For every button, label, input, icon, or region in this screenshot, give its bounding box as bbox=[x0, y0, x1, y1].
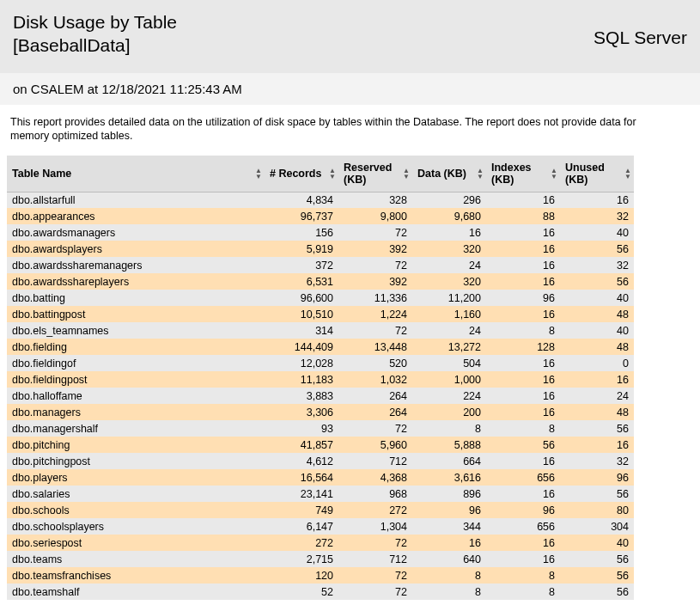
cell-records: 11,183 bbox=[265, 371, 338, 388]
table-row[interactable]: dbo.pitching41,8575,9605,8885616 bbox=[7, 437, 634, 453]
cell-unused: 0 bbox=[560, 355, 634, 371]
cell-reserved: 968 bbox=[338, 486, 412, 502]
cell-data: 8 bbox=[412, 584, 486, 600]
cell-reserved: 1,304 bbox=[338, 518, 412, 535]
table-row[interactable]: dbo.fielding144,40913,44813,27212848 bbox=[7, 339, 634, 355]
col-header-data[interactable]: Data (KB) ▲▼ bbox=[412, 156, 486, 192]
cell-table-name: dbo.allstarfull bbox=[7, 192, 265, 208]
table-row[interactable]: dbo.managershalf93728856 bbox=[7, 420, 634, 437]
cell-table-name: dbo.seriespost bbox=[7, 535, 265, 551]
table-row[interactable]: dbo.fieldingof12,028520504160 bbox=[7, 355, 634, 371]
table-row[interactable]: dbo.schools749272969680 bbox=[7, 502, 634, 518]
cell-reserved: 9,800 bbox=[338, 208, 412, 224]
cell-data: 320 bbox=[412, 241, 486, 257]
sort-icon[interactable]: ▲▼ bbox=[403, 168, 410, 180]
cell-table-name: dbo.awardsshareplayers bbox=[7, 273, 265, 290]
sort-icon[interactable]: ▲▼ bbox=[329, 168, 336, 180]
table-row[interactable]: dbo.teamsfranchises120728856 bbox=[7, 567, 634, 584]
table-row[interactable]: dbo.allstarfull4,8343282961616 bbox=[7, 192, 634, 208]
cell-unused: 56 bbox=[560, 486, 634, 502]
table-row[interactable]: dbo.els_teamnames3147224840 bbox=[7, 322, 634, 339]
table-row[interactable]: dbo.appearances96,7379,8009,6808832 bbox=[7, 208, 634, 224]
cell-reserved: 520 bbox=[338, 355, 412, 371]
cell-records: 41,857 bbox=[265, 437, 338, 453]
col-header-label: Reserved (KB) bbox=[344, 162, 392, 186]
cell-reserved: 392 bbox=[338, 241, 412, 257]
col-header-records[interactable]: # Records ▲▼ bbox=[265, 156, 338, 192]
report-title-line1: Disk Usage by Table bbox=[13, 10, 177, 34]
cell-indexes: 16 bbox=[486, 224, 560, 241]
cell-data: 9,680 bbox=[412, 208, 486, 224]
cell-table-name: dbo.teams bbox=[7, 551, 265, 567]
cell-records: 96,737 bbox=[265, 208, 338, 224]
col-header-indexes[interactable]: Indexes (KB) ▲▼ bbox=[486, 156, 560, 192]
cell-indexes: 96 bbox=[486, 290, 560, 306]
cell-indexes: 8 bbox=[486, 322, 560, 339]
table-row[interactable]: dbo.pitchingpost4,6127126641632 bbox=[7, 453, 634, 469]
table-row[interactable]: dbo.teams2,7157126401656 bbox=[7, 551, 634, 567]
table-row[interactable]: dbo.managers3,3062642001648 bbox=[7, 404, 634, 420]
report-description: This report provides detailed data on th… bbox=[0, 105, 653, 156]
sort-icon[interactable]: ▲▼ bbox=[255, 168, 262, 180]
cell-records: 272 bbox=[265, 535, 338, 551]
cell-table-name: dbo.awardsmanagers bbox=[7, 224, 265, 241]
cell-reserved: 1,032 bbox=[338, 371, 412, 388]
cell-table-name: dbo.appearances bbox=[7, 208, 265, 224]
cell-indexes: 96 bbox=[486, 502, 560, 518]
cell-unused: 48 bbox=[560, 306, 634, 322]
cell-records: 6,147 bbox=[265, 518, 338, 535]
sort-icon[interactable]: ▲▼ bbox=[477, 168, 484, 180]
cell-records: 4,834 bbox=[265, 192, 338, 208]
cell-records: 314 bbox=[265, 322, 338, 339]
table-row[interactable]: dbo.batting96,60011,33611,2009640 bbox=[7, 290, 634, 306]
col-header-label: Indexes (KB) bbox=[491, 162, 532, 186]
cell-data: 3,616 bbox=[412, 469, 486, 486]
cell-indexes: 16 bbox=[486, 404, 560, 420]
sort-icon[interactable]: ▲▼ bbox=[551, 168, 557, 180]
table-row[interactable]: dbo.teamshalf52728856 bbox=[7, 584, 634, 600]
cell-table-name: dbo.battingpost bbox=[7, 306, 265, 322]
table-body: dbo.allstarfull4,8343282961616dbo.appear… bbox=[7, 192, 634, 600]
cell-table-name: dbo.managers bbox=[7, 404, 265, 420]
table-row[interactable]: dbo.battingpost10,5101,2241,1601648 bbox=[7, 306, 634, 322]
cell-table-name: dbo.salaries bbox=[7, 486, 265, 502]
report-title-block: Disk Usage by Table [BaseballData] bbox=[13, 10, 177, 58]
cell-data: 8 bbox=[412, 420, 486, 437]
cell-reserved: 72 bbox=[338, 257, 412, 273]
col-header-table-name[interactable]: Table Name ▲▼ bbox=[7, 156, 265, 192]
col-header-label: Data (KB) bbox=[417, 168, 466, 180]
cell-records: 23,141 bbox=[265, 486, 338, 502]
cell-table-name: dbo.els_teamnames bbox=[7, 322, 265, 339]
cell-table-name: dbo.schoolsplayers bbox=[7, 518, 265, 535]
cell-indexes: 8 bbox=[486, 567, 560, 584]
table-row[interactable]: dbo.halloffame3,8832642241624 bbox=[7, 388, 634, 404]
cell-unused: 56 bbox=[560, 567, 634, 584]
cell-unused: 24 bbox=[560, 388, 634, 404]
cell-records: 12,028 bbox=[265, 355, 338, 371]
cell-reserved: 712 bbox=[338, 453, 412, 469]
sort-icon[interactable]: ▲▼ bbox=[624, 168, 631, 180]
cell-unused: 56 bbox=[560, 551, 634, 567]
cell-table-name: dbo.teamshalf bbox=[7, 584, 265, 600]
cell-reserved: 1,224 bbox=[338, 306, 412, 322]
cell-table-name: dbo.awardssharemanagers bbox=[7, 257, 265, 273]
table-row[interactable]: dbo.awardssharemanagers37272241632 bbox=[7, 257, 634, 273]
table-row[interactable]: dbo.fieldingpost11,1831,0321,0001616 bbox=[7, 371, 634, 388]
cell-unused: 32 bbox=[560, 453, 634, 469]
table-row[interactable]: dbo.players16,5644,3683,61665696 bbox=[7, 469, 634, 486]
cell-reserved: 328 bbox=[338, 192, 412, 208]
brand-label: SQL Server bbox=[593, 27, 687, 48]
col-header-unused[interactable]: Unused (KB) ▲▼ bbox=[560, 156, 634, 192]
cell-table-name: dbo.managershalf bbox=[7, 420, 265, 437]
cell-unused: 56 bbox=[560, 241, 634, 257]
cell-table-name: dbo.fieldingof bbox=[7, 355, 265, 371]
cell-records: 6,531 bbox=[265, 273, 338, 290]
table-row[interactable]: dbo.seriespost27272161640 bbox=[7, 535, 634, 551]
col-header-reserved[interactable]: Reserved (KB) ▲▼ bbox=[338, 156, 412, 192]
table-row[interactable]: dbo.schoolsplayers6,1471,304344656304 bbox=[7, 518, 634, 535]
table-row[interactable]: dbo.awardsplayers5,9193923201656 bbox=[7, 241, 634, 257]
table-row[interactable]: dbo.awardsmanagers15672161640 bbox=[7, 224, 634, 241]
cell-data: 664 bbox=[412, 453, 486, 469]
table-row[interactable]: dbo.awardsshareplayers6,5313923201656 bbox=[7, 273, 634, 290]
table-row[interactable]: dbo.salaries23,1419688961656 bbox=[7, 486, 634, 502]
